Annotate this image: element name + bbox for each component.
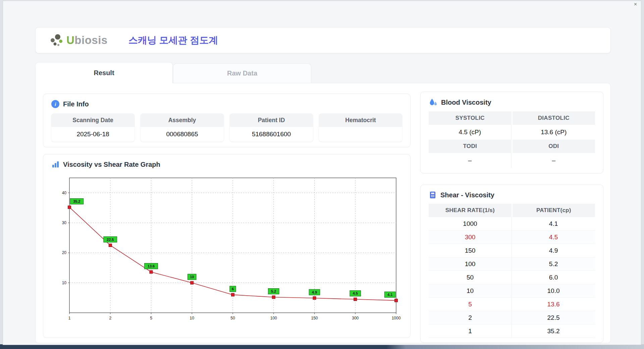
viscosity-chart: 102030401251050100150300100035.222.513.6…: [52, 174, 402, 333]
app-window: × Ubiosis 스캐닝 모세관 점도계 Result Raw Data i …: [3, 1, 641, 345]
svg-text:2: 2: [109, 316, 111, 320]
column-header-shear-rate: SHEAR RATE(1/s): [429, 204, 512, 217]
blood-viscosity-title: Blood Viscosity: [441, 99, 491, 106]
file-info-panel: i File Info Scanning Date 2025-06-18 Ass…: [43, 94, 411, 147]
svg-text:10: 10: [190, 275, 194, 279]
patient-cell: 4.9: [512, 244, 595, 257]
field-hematocrit: Hematocrit: [319, 113, 402, 142]
svg-text:4.9: 4.9: [312, 290, 317, 294]
svg-text:10: 10: [62, 281, 67, 285]
tab-raw-data[interactable]: Raw Data: [173, 63, 311, 83]
table-row: 300 4.5: [429, 231, 595, 244]
graph-title: Viscosity vs Shear Rate Graph: [63, 161, 160, 168]
table-row: 1 35.2: [429, 325, 595, 338]
table-row: 5 13.6: [429, 298, 595, 311]
shear-viscosity-table: SHEAR RATE(1/s) PATIENT(cp) 1000 4.1 300…: [421, 199, 603, 338]
ubiosis-logo: Ubiosis: [49, 33, 108, 47]
patient-cell: 6.0: [512, 271, 595, 284]
field-label: Scanning Date: [51, 113, 135, 127]
graph-panel: Viscosity vs Shear Rate Graph 1020304012…: [43, 154, 411, 338]
water-drops-icon: [429, 98, 437, 107]
table-row: 1000 4.1: [429, 217, 595, 231]
patient-cell: 22.5: [512, 311, 595, 324]
logo-rest: biosis: [74, 34, 107, 46]
patient-cell: 10.0: [512, 284, 595, 297]
svg-text:5: 5: [150, 316, 152, 320]
metric-todi-value: –: [429, 153, 512, 168]
svg-text:1: 1: [68, 316, 71, 320]
patient-cell: 5.2: [512, 257, 595, 270]
svg-text:50: 50: [230, 316, 235, 320]
bar-chart-icon: [51, 160, 59, 168]
metric-diastolic-label: DIASTOLIC: [513, 111, 595, 125]
svg-text:100: 100: [270, 316, 277, 320]
patient-cell: 4.1: [512, 217, 595, 230]
tab-result[interactable]: Result: [35, 62, 173, 83]
shear-rate-cell: 10: [429, 284, 512, 297]
svg-text:150: 150: [311, 316, 318, 320]
svg-text:5.2: 5.2: [271, 289, 276, 293]
close-icon[interactable]: ×: [634, 1, 637, 7]
shear-rate-cell: 5: [429, 298, 512, 311]
shear-rate-cell: 1000: [429, 217, 512, 230]
table-row: 150 4.9: [429, 244, 595, 257]
metric-odi-label: ODI: [513, 140, 595, 153]
field-label: Patient ID: [230, 113, 313, 127]
file-info-title: File Info: [63, 100, 89, 108]
svg-text:4.1: 4.1: [387, 293, 392, 297]
table-row: 10 10.0: [429, 284, 595, 298]
table-row: 50 6.0: [429, 271, 595, 284]
svg-text:1000: 1000: [392, 316, 401, 320]
svg-text:30: 30: [62, 220, 67, 225]
field-label: Assembly: [141, 113, 224, 127]
field-label: Hematocrit: [319, 113, 402, 127]
svg-text:35.2: 35.2: [73, 199, 80, 203]
shear-viscosity-panel: Shear - Viscosity SHEAR RATE(1/s) PATIEN…: [420, 185, 603, 343]
shear-rate-cell: 150: [429, 244, 512, 257]
shear-viscosity-title: Shear - Viscosity: [440, 191, 494, 199]
table-row: 100 5.2: [429, 257, 595, 271]
app-header: Ubiosis 스캐닝 모세관 점도계: [35, 27, 611, 53]
svg-text:13.6: 13.6: [148, 264, 155, 268]
column-header-patient: PATIENT(cp): [513, 204, 595, 217]
desktop-edge: [0, 344, 644, 349]
metric-todi-label: TODI: [429, 140, 512, 153]
metric-systolic-value: 4.5 (cP): [429, 125, 512, 140]
shear-rate-cell: 1: [429, 325, 512, 338]
svg-text:22.5: 22.5: [107, 238, 114, 242]
page-title: 스캐닝 모세관 점도계: [128, 34, 218, 47]
svg-text:20: 20: [62, 250, 67, 255]
field-value: 2025-06-18: [51, 127, 135, 142]
table-row: 2 22.5: [429, 311, 595, 325]
metric-odi-value: –: [513, 153, 595, 168]
patient-cell: 35.2: [512, 325, 595, 338]
field-value: 000680865: [141, 127, 224, 142]
field-value: [319, 127, 402, 142]
field-scanning-date: Scanning Date 2025-06-18: [51, 113, 135, 142]
blood-viscosity-panel: Blood Viscosity SYSTOLIC DIASTOLIC 4.5 (…: [420, 92, 603, 173]
field-value: 51688601600: [230, 127, 313, 142]
blood-viscosity-table: SYSTOLIC DIASTOLIC 4.5 (cP) 13.6 (cP) TO…: [421, 107, 603, 168]
svg-text:300: 300: [352, 316, 359, 320]
metric-diastolic-value: 13.6 (cP): [513, 125, 595, 140]
molecule-icon: [49, 33, 64, 47]
metric-systolic-label: SYSTOLIC: [429, 111, 512, 125]
patient-cell: 13.6: [512, 298, 595, 311]
svg-text:4.5: 4.5: [353, 291, 358, 295]
shear-rate-cell: 2: [429, 311, 512, 324]
field-assembly: Assembly 000680865: [141, 113, 224, 142]
svg-text:6: 6: [232, 287, 234, 291]
field-patient-id: Patient ID 51688601600: [230, 113, 313, 142]
patient-cell: 4.5: [512, 231, 595, 244]
logo-letter-u: U: [66, 34, 74, 46]
svg-text:40: 40: [62, 191, 67, 195]
info-icon: i: [51, 100, 59, 108]
shear-rate-cell: 300: [429, 231, 512, 244]
svg-text:10: 10: [190, 316, 195, 320]
logo-text: Ubiosis: [66, 34, 108, 47]
calculator-icon: [429, 191, 437, 199]
shear-rate-cell: 50: [429, 271, 512, 284]
shear-rate-cell: 100: [429, 257, 512, 270]
